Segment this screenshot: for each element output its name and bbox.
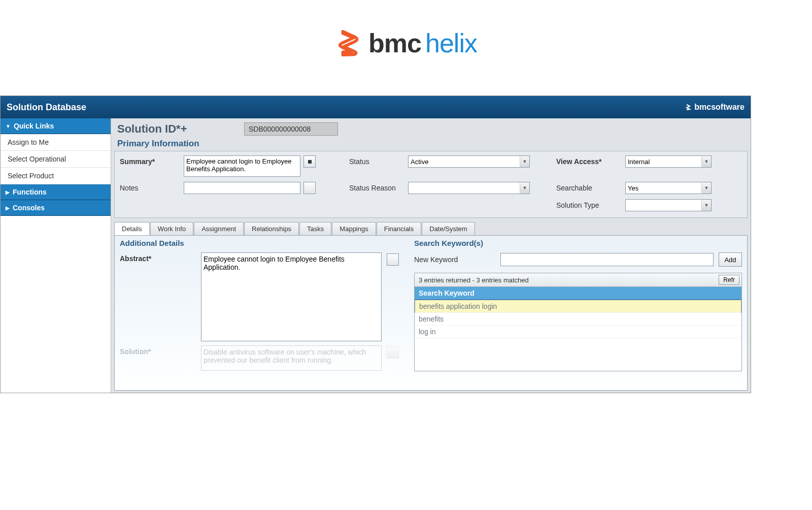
view-access-value[interactable]	[625, 155, 712, 168]
sidebar-item-assign-to-me[interactable]: Assign to Me	[1, 134, 111, 151]
sidebar-section-consoles[interactable]: ▶ Consoles	[1, 200, 111, 216]
logo: bmc helix	[335, 28, 477, 58]
abstract-input[interactable]	[201, 252, 382, 341]
keyword-count-text: 3 entries returned - 3 entries matched	[419, 276, 529, 284]
status-reason-label: Status Reason	[349, 182, 405, 192]
keyword-grid-header[interactable]: Search Keyword	[415, 287, 741, 300]
tab-assignment[interactable]: Assignment	[194, 222, 244, 235]
new-keyword-input[interactable]	[500, 253, 714, 266]
refresh-button[interactable]: Refr	[719, 275, 739, 285]
tab-financials[interactable]: Financials	[377, 222, 422, 235]
tab-work-info[interactable]: Work Info	[150, 222, 193, 235]
status-reason-select[interactable]: ▼	[408, 182, 530, 194]
solution-id-value: SDB000000000008	[244, 122, 338, 136]
new-keyword-label: New Keyword	[414, 256, 495, 264]
logo-area: bmc helix	[0, 0, 812, 80]
solution-id-label: Solution ID*+	[117, 122, 244, 136]
abstract-expand-button[interactable]	[387, 253, 399, 266]
window-title: Solution Database	[7, 102, 86, 113]
tab-tasks[interactable]: Tasks	[299, 222, 331, 235]
summary-label: Summary*	[120, 155, 181, 166]
caret-right-icon: ▶	[6, 189, 10, 195]
status-reason-value[interactable]	[408, 182, 530, 194]
keyword-row[interactable]: benefits application login	[415, 300, 741, 313]
solution-id-row: Solution ID*+ SDB000000000008	[111, 118, 751, 138]
tab-mappings[interactable]: Mappings	[332, 222, 376, 235]
solution-type-value[interactable]	[625, 199, 712, 211]
keyword-row[interactable]: benefits	[415, 313, 741, 326]
solution-expand-button[interactable]	[387, 346, 399, 359]
status-select[interactable]: ▼	[408, 155, 530, 168]
tab-bar: Details Work Info Assignment Relationshi…	[114, 222, 748, 235]
logo-text-helix: helix	[425, 28, 477, 58]
solution-type-label: Solution Type	[556, 199, 622, 209]
sidebar: ▼ Quick Links Assign to Me Select Operat…	[1, 118, 111, 393]
abstract-label: Abstract*	[120, 252, 196, 263]
brand-label: bmcsoftware	[685, 103, 745, 112]
logo-text-bmc: bmc	[368, 28, 421, 58]
summary-input[interactable]	[184, 155, 300, 177]
sidebar-section-quick-links[interactable]: ▼ Quick Links	[1, 118, 111, 134]
status-value[interactable]	[408, 155, 530, 168]
sidebar-section-label: Functions	[13, 188, 47, 196]
main-content: Solution ID*+ SDB000000000008 Primary In…	[111, 118, 751, 393]
dropdown-arrow-icon[interactable]: ▼	[520, 182, 530, 194]
keyword-grid: 3 entries returned - 3 entries matched R…	[414, 273, 742, 371]
keyword-grid-body: benefits application login benefits log …	[415, 300, 741, 371]
searchable-label: Searchable	[556, 182, 622, 192]
sidebar-section-label: Consoles	[13, 204, 45, 212]
searchable-value[interactable]	[625, 182, 712, 194]
search-keywords-title: Search Keyword(s)	[414, 239, 742, 247]
tab-relationships[interactable]: Relationships	[244, 222, 299, 235]
square-icon	[308, 160, 312, 164]
primary-info-title: Primary Information	[111, 138, 751, 151]
sidebar-section-functions[interactable]: ▶ Functions	[1, 184, 111, 200]
brand-icon	[685, 104, 692, 111]
caret-right-icon: ▶	[6, 205, 10, 211]
dropdown-arrow-icon[interactable]: ▼	[520, 155, 530, 168]
sidebar-item-select-operational[interactable]: Select Operational	[1, 151, 111, 168]
view-access-label: View Access*	[556, 155, 622, 166]
sidebar-item-select-product[interactable]: Select Product	[1, 168, 111, 184]
additional-details-title: Additional Details	[120, 239, 399, 247]
tab-panel-details: Additional Details Abstract* Solution*	[114, 235, 748, 391]
primary-info-panel: Summary* Status ▼ View Access* ▼ Notes	[114, 151, 748, 218]
bmc-logo-icon	[335, 28, 364, 58]
summary-expand-button[interactable]	[303, 155, 316, 168]
tab-details[interactable]: Details	[114, 222, 150, 235]
notes-label: Notes	[120, 182, 181, 192]
dropdown-arrow-icon[interactable]: ▼	[701, 199, 712, 211]
view-access-select[interactable]: ▼	[625, 155, 712, 168]
notes-input[interactable]	[184, 182, 300, 194]
keyword-row[interactable]: log in	[415, 326, 741, 338]
titlebar: Solution Database bmcsoftware	[1, 96, 751, 118]
caret-down-icon: ▼	[6, 123, 11, 129]
app-window: Solution Database bmcsoftware ▼ Quick Li…	[0, 95, 751, 393]
tab-date-system[interactable]: Date/System	[422, 222, 475, 235]
solution-label: Solution*	[120, 345, 196, 356]
searchable-select[interactable]: ▼	[625, 182, 712, 194]
sidebar-section-label: Quick Links	[14, 122, 54, 130]
solution-input[interactable]	[201, 345, 382, 371]
status-label: Status	[349, 155, 405, 166]
notes-expand-button[interactable]	[303, 182, 316, 194]
add-keyword-button[interactable]: Add	[719, 252, 742, 267]
solution-type-select[interactable]: ▼	[625, 199, 712, 211]
dropdown-arrow-icon[interactable]: ▼	[701, 155, 712, 168]
dropdown-arrow-icon[interactable]: ▼	[701, 182, 712, 194]
